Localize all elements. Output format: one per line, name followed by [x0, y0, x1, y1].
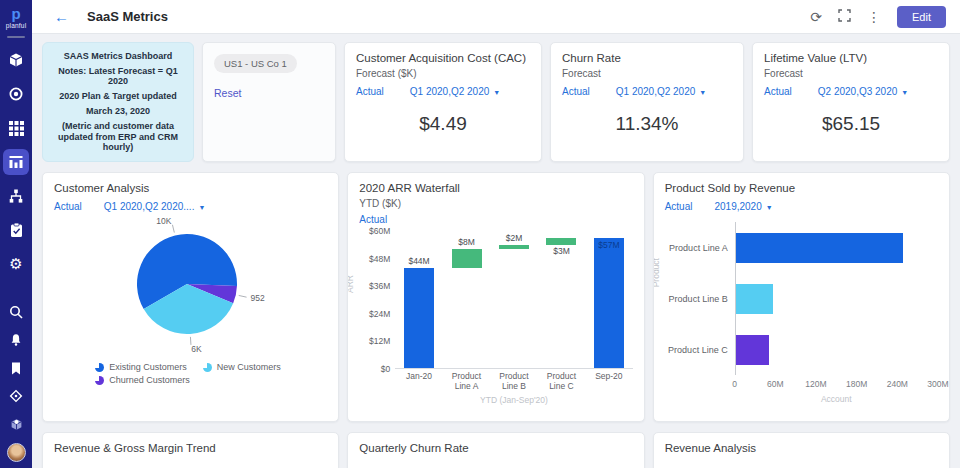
actual-link[interactable]: Actual	[54, 201, 82, 212]
sidebar-search[interactable]	[3, 301, 29, 323]
pie-callout-line	[238, 295, 246, 297]
fullscreen-icon[interactable]	[838, 9, 851, 24]
period-dropdown[interactable]: 2019,2020▼	[714, 201, 772, 212]
search-icon	[9, 305, 23, 319]
x-tick-label: Product Line C	[538, 372, 585, 392]
card-controls: Actual Q2 2020,Q3 2020▼	[764, 86, 938, 97]
sidebar-item-modeling[interactable]	[3, 47, 29, 73]
grid-icon	[9, 121, 24, 136]
actual-link[interactable]: Actual	[356, 86, 384, 97]
period-dropdown[interactable]: Q2 2020,Q3 2020▼	[818, 86, 908, 97]
y-axis-title: Product	[653, 258, 661, 287]
sidebar-item-tasks[interactable]	[3, 217, 29, 243]
legend-pie-icon	[203, 363, 212, 372]
period-dropdown[interactable]: Q1 2020,Q2 2020▼	[616, 86, 706, 97]
x-tick-label: Sep-20	[585, 372, 632, 392]
waterfall-chart: $0$12M$24M$36M$48M$60M $44M$8M$2M$3M$57M	[359, 231, 632, 369]
legend-item[interactable]: New Customers	[203, 362, 281, 372]
y-axis-title: ARR	[347, 275, 355, 293]
card-title: Churn Rate	[562, 52, 732, 64]
bar-data-label: $2M	[506, 233, 523, 243]
pie-data-label: 10K	[156, 216, 171, 226]
bar-zone	[735, 222, 938, 273]
header-actions: ⟳ ⋮ Edit	[810, 6, 946, 28]
actual-link[interactable]: Actual	[562, 86, 590, 97]
bar-data-label: $3M	[553, 246, 570, 256]
waterfall-bar[interactable]	[452, 249, 482, 267]
period-dropdown[interactable]: Q1 2020,Q2 2020....▼	[104, 201, 206, 212]
dashboard-content: SAAS Metrics Dashboard Notes: Latest For…	[32, 34, 960, 468]
category-label: Product Line A	[665, 243, 735, 253]
sidebar-item-goals[interactable]	[3, 81, 29, 107]
card-title: Revenue Analysis	[665, 442, 938, 454]
revenue-analysis-card: Revenue Analysis Product Line A Pro...▼	[653, 432, 950, 468]
planful-logo[interactable]: p planful	[6, 4, 27, 29]
sidebar-navigate[interactable]	[3, 385, 29, 407]
waterfall-bar[interactable]	[499, 245, 529, 250]
sidebar-bookmarks[interactable]	[3, 357, 29, 379]
y-tick-label: $0	[381, 364, 390, 374]
bar-data-label: $44M	[408, 256, 429, 266]
sidebar-item-hierarchy[interactable]	[3, 183, 29, 209]
notes-line: Notes: Latest Forecast = Q1 2020	[51, 66, 185, 88]
back-arrow-icon[interactable]: ←	[54, 8, 69, 25]
actual-link[interactable]: Actual	[764, 86, 792, 97]
waterfall-bar[interactable]	[546, 238, 576, 245]
card-subtitle: Forecast ($K)	[356, 68, 530, 79]
revenue-bar[interactable]	[736, 335, 770, 365]
revenue-bar[interactable]	[736, 233, 903, 263]
legend-item[interactable]: Churned Customers	[95, 375, 190, 385]
main-area: ← SaaS Metrics ⟳ ⋮ Edit SAAS Metrics Das…	[32, 0, 960, 468]
entity-filter-chip[interactable]: US1 - US Co 1	[214, 54, 297, 73]
card-controls: Actual Q1 2020,Q2 2020▼	[356, 86, 530, 97]
x-tick-label: Jan-20	[395, 372, 442, 392]
refresh-icon[interactable]: ⟳	[810, 10, 822, 24]
card-subtitle: YTD ($K)	[359, 198, 632, 209]
revenue-bar[interactable]	[736, 284, 773, 314]
pie-callout-line	[172, 225, 174, 233]
notes-line: (Metric and customer data updated from E…	[51, 121, 185, 153]
app-window: p planful ⚙	[0, 0, 960, 468]
sidebar-bottom-group	[3, 301, 29, 462]
target-icon	[8, 86, 24, 102]
sidebar-item-reports[interactable]	[3, 115, 29, 141]
pie-data-label: 6K	[191, 344, 202, 354]
actual-link[interactable]: Actual	[665, 201, 693, 212]
x-axis-title: YTD (Jan-Sep'20)	[395, 395, 632, 405]
user-avatar[interactable]	[7, 443, 26, 462]
revenue-trend-card: Revenue & Gross Margin Trend Actual	[42, 432, 339, 468]
edit-button[interactable]: Edit	[897, 6, 946, 28]
sidebar-divider	[7, 36, 25, 38]
sidebar-apps[interactable]	[3, 413, 29, 435]
card-title: Product Sold by Revenue	[665, 182, 938, 194]
planful-logo-mark: p	[6, 6, 27, 21]
notes-line: 2020 Plan & Target updated	[51, 91, 185, 102]
hbar-chart: Product Line AProduct Line BProduct Line…	[665, 222, 938, 375]
waterfall-bar[interactable]	[404, 268, 434, 368]
period-dropdown[interactable]: Q1 2020,Q2 2020▼	[410, 86, 500, 97]
cube-icon	[8, 52, 24, 68]
arr-waterfall-card: 2020 ARR Waterfall YTD ($K) Actual ARR $…	[347, 172, 644, 422]
more-options-icon[interactable]: ⋮	[867, 10, 881, 24]
bookmark-icon	[10, 362, 22, 375]
actual-link[interactable]: Actual	[359, 214, 387, 225]
sidebar-item-dashboards[interactable]	[3, 149, 29, 175]
x-tick-label: 120M	[805, 379, 826, 389]
waterfall-bar[interactable]	[594, 238, 624, 368]
reset-link[interactable]: Reset	[214, 87, 241, 99]
card-controls: Actual 2019,2020▼	[665, 201, 938, 212]
kpi-row: SAAS Metrics Dashboard Notes: Latest For…	[42, 42, 950, 162]
package-icon	[10, 418, 23, 431]
notes-line: March 23, 2020	[51, 106, 185, 117]
churn-rate-card: Churn Rate Forecast Actual Q1 2020,Q2 20…	[550, 42, 744, 162]
bar-zone	[735, 324, 938, 375]
x-tick-label: Product Line B	[490, 372, 537, 392]
planful-logo-text: planful	[6, 22, 27, 29]
sidebar-item-settings[interactable]: ⚙	[3, 251, 29, 277]
dashboard-chart-icon	[8, 154, 24, 170]
legend-item[interactable]: Existing Customers	[95, 362, 187, 372]
card-title: 2020 ARR Waterfall	[359, 182, 632, 194]
kpi-value: $4.49	[356, 113, 530, 135]
sidebar-notifications[interactable]	[3, 329, 29, 351]
notes-line: SAAS Metrics Dashboard	[51, 51, 185, 62]
